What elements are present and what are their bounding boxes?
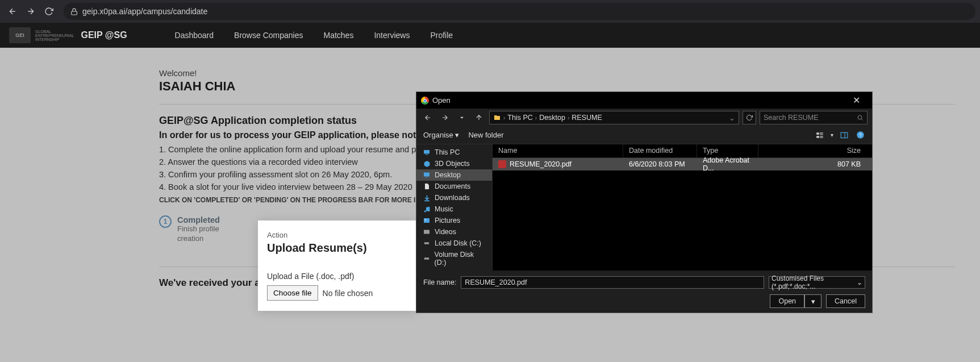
- col-size[interactable]: Size: [758, 144, 872, 157]
- dialog-titlebar: Open ✕: [416, 92, 872, 109]
- browser-bar: geip.x0pa.ai/app/campus/candidate: [0, 0, 980, 23]
- chevron-down-icon[interactable]: ⌄: [729, 114, 735, 122]
- dialog-body: This PC 3D Objects Desktop Documents Dow…: [416, 144, 872, 271]
- file-open-dialog: Open ✕ › This PC › Desktop › RESUME ⌄ Se…: [416, 91, 873, 313]
- sidebar-desktop[interactable]: Desktop: [416, 169, 492, 181]
- svg-rect-13: [426, 155, 428, 155]
- progress-badge: 1: [159, 215, 172, 228]
- svg-point-18: [425, 219, 426, 220]
- help-icon[interactable]: ?: [855, 130, 865, 140]
- upload-modal: Action Upload Resume(s) Upload a File (.…: [258, 220, 417, 311]
- nav-matches[interactable]: Matches: [320, 31, 357, 40]
- dialog-up-button[interactable]: [472, 111, 486, 124]
- svg-text:?: ?: [859, 132, 862, 138]
- breadcrumb-desktop[interactable]: Desktop: [539, 114, 565, 122]
- svg-rect-21: [424, 257, 429, 259]
- reload-button[interactable]: [41, 3, 57, 19]
- desktop-icon: [422, 171, 431, 179]
- svg-point-16: [428, 210, 429, 211]
- sidebar-local-c[interactable]: Local Disk (C:): [416, 238, 492, 249]
- file-type: Adobe Acrobat D...: [697, 156, 758, 172]
- music-icon: [422, 205, 431, 213]
- logo-icon: GEI: [9, 27, 31, 43]
- dialog-forward-button[interactable]: [438, 111, 452, 124]
- back-button[interactable]: [5, 3, 20, 19]
- organise-menu[interactable]: Organise ▾: [423, 131, 459, 139]
- dialog-nav: › This PC › Desktop › RESUME ⌄ Search RE…: [416, 109, 872, 126]
- no-file-text: No file chosen: [323, 289, 373, 298]
- sidebar-3d-objects[interactable]: 3D Objects: [416, 158, 492, 169]
- svg-rect-20: [424, 242, 429, 244]
- progress-step-1[interactable]: 1 Completed Finish profile creation: [159, 215, 220, 244]
- pc-icon: [422, 148, 431, 156]
- svg-rect-8: [841, 132, 848, 138]
- open-button[interactable]: Open: [770, 294, 804, 308]
- filename-label: File name:: [423, 278, 456, 286]
- sidebar-downloads[interactable]: Downloads: [416, 192, 492, 203]
- filename-input[interactable]: [461, 276, 764, 289]
- recent-dropdown-icon[interactable]: [455, 111, 469, 124]
- video-icon: [422, 228, 431, 236]
- filetype-select[interactable]: Customised Files (*.pdf;*.doc;*... ⌄: [769, 276, 865, 289]
- sidebar-documents[interactable]: Documents: [416, 181, 492, 192]
- logo-subtext: GLOBALENTREPRENEURIALINTERNSHIP: [35, 30, 74, 41]
- col-date[interactable]: Date modified: [623, 144, 697, 157]
- open-dropdown[interactable]: ▾: [804, 294, 821, 308]
- lock-icon: [70, 8, 78, 15]
- breadcrumb[interactable]: › This PC › Desktop › RESUME ⌄: [489, 111, 739, 124]
- url-bar[interactable]: geip.x0pa.ai/app/campus/candidate: [64, 3, 975, 20]
- welcome-text: Welcome!: [159, 68, 955, 78]
- view-details-icon[interactable]: [815, 130, 825, 140]
- nav-interviews[interactable]: Interviews: [370, 31, 413, 40]
- dialog-back-button[interactable]: [421, 111, 435, 124]
- search-icon: [857, 114, 864, 121]
- svg-point-1: [858, 115, 862, 119]
- modal-upload-text: Upload a File (.doc, .pdf): [267, 272, 408, 281]
- svg-rect-5: [816, 136, 819, 138]
- nav-profile[interactable]: Profile: [427, 31, 456, 40]
- nav-browse-companies[interactable]: Browse Companies: [231, 31, 306, 40]
- svg-rect-4: [820, 134, 823, 134]
- chevron-right-icon: ›: [568, 115, 569, 121]
- sidebar-thispc[interactable]: This PC: [416, 147, 492, 158]
- svg-rect-14: [424, 173, 429, 177]
- col-name[interactable]: Name: [493, 144, 623, 157]
- dialog-title: Open: [432, 96, 451, 105]
- drive-icon: [422, 239, 431, 247]
- sidebar-music[interactable]: Music: [416, 203, 492, 215]
- breadcrumb-thispc[interactable]: This PC: [507, 114, 532, 122]
- sidebar-videos[interactable]: Videos: [416, 226, 492, 238]
- new-folder-button[interactable]: New folder: [468, 131, 503, 139]
- caret-down-icon[interactable]: ▾: [831, 132, 833, 138]
- svg-rect-17: [424, 218, 429, 223]
- svg-point-15: [424, 210, 426, 212]
- search-placeholder: Search RESUME: [764, 114, 819, 122]
- svg-rect-2: [816, 132, 819, 135]
- chevron-right-icon: ›: [503, 115, 505, 121]
- forward-button[interactable]: [23, 3, 39, 19]
- col-type[interactable]: Type: [697, 144, 758, 157]
- progress-title: Completed: [177, 215, 220, 224]
- svg-rect-7: [820, 137, 823, 138]
- close-button[interactable]: ✕: [845, 95, 868, 106]
- drive-icon: [422, 255, 431, 263]
- top-nav: GEI GLOBALENTREPRENEURIALINTERNSHIP GEIP…: [0, 23, 980, 48]
- caret-down-icon: ▾: [455, 131, 459, 139]
- progress-sub2: creation: [177, 234, 220, 244]
- sidebar-pictures[interactable]: Pictures: [416, 215, 492, 226]
- file-date: 6/6/2020 8:03 PM: [623, 160, 697, 168]
- dialog-search-input[interactable]: Search RESUME: [760, 111, 868, 124]
- sidebar-volume-d[interactable]: Volume Disk (D:): [416, 249, 492, 268]
- choose-file-button[interactable]: Choose file: [267, 285, 318, 301]
- nav-dashboard[interactable]: Dashboard: [172, 31, 218, 40]
- download-icon: [422, 194, 431, 202]
- refresh-button[interactable]: [743, 111, 756, 124]
- file-row[interactable]: RESUME_2020.pdf 6/6/2020 8:03 PM Adobe A…: [493, 158, 872, 170]
- svg-rect-19: [424, 230, 429, 234]
- file-name: RESUME_2020.pdf: [510, 160, 572, 168]
- breadcrumb-resume[interactable]: RESUME: [572, 114, 602, 122]
- pdf-icon: [498, 160, 506, 168]
- preview-pane-icon[interactable]: [839, 130, 849, 140]
- svg-rect-6: [820, 136, 823, 136]
- cancel-button[interactable]: Cancel: [826, 294, 865, 308]
